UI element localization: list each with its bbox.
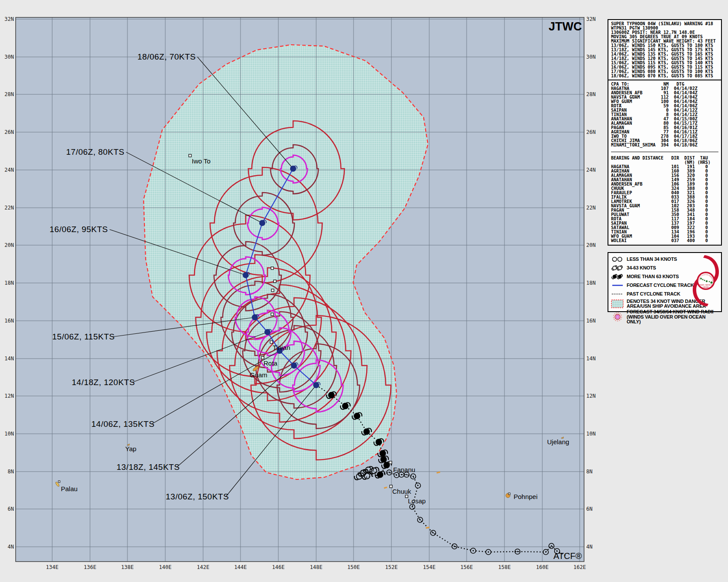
- island-point-marker: [274, 280, 276, 283]
- svg-text:20N: 20N: [586, 242, 596, 248]
- cpa-bearing-panel: CPA TO: NM DTG HAGATNA 107 04/14/02Z AND…: [608, 80, 722, 246]
- svg-text:24N: 24N: [4, 167, 14, 173]
- forecast-fix-dot: [290, 166, 296, 172]
- legend-label: MORE THAN 63 KNOTS: [627, 274, 679, 279]
- legend-panel: LESS THAN 34 KNOTS34-63 KNOTSMORE THAN 6…: [608, 252, 722, 312]
- forecast-fix-label: 13/18Z, 145KTS: [117, 462, 180, 472]
- place-label: Guam: [250, 371, 267, 379]
- svg-text:14N: 14N: [4, 356, 14, 362]
- svg-text:30N: 30N: [4, 54, 14, 60]
- svg-text:154E: 154E: [423, 564, 436, 570]
- svg-text:26N: 26N: [4, 129, 14, 135]
- svg-text:4N: 4N: [586, 544, 592, 550]
- bearing-distance-table: BEARING AND DISTANCE DIR DIST TAU (NM) (…: [611, 156, 718, 243]
- svg-text:6N: 6N: [586, 506, 592, 512]
- svg-text:148E: 148E: [310, 564, 323, 570]
- svg-text:20N: 20N: [4, 242, 14, 248]
- seal-island: [709, 281, 710, 283]
- legend-label: 34-63 KNOTS: [627, 266, 656, 271]
- jtwc-seal: JOINT TYPHOON WARNING CENTERPEARL HARBOR…: [691, 254, 720, 307]
- warning-text: SUPER TYPHOON 04W (SINLAKU) WARNING #18 …: [611, 22, 718, 78]
- forecast-fix-label: 14/18Z, 120KTS: [72, 378, 135, 387]
- forecast-fix-label: 18/06Z, 70KTS: [137, 52, 196, 61]
- place-label: Tinian: [273, 344, 290, 351]
- island-point-marker: [270, 341, 273, 343]
- svg-text:16N: 16N: [586, 318, 596, 324]
- svg-text:22N: 22N: [4, 205, 14, 211]
- island-point-marker: [271, 289, 274, 292]
- symbol-gt63kt: [377, 472, 384, 478]
- svg-text:144E: 144E: [234, 564, 247, 570]
- seal-island: [702, 279, 703, 280]
- svg-text:6N: 6N: [8, 506, 14, 512]
- gt63-icon: [610, 273, 625, 281]
- table-divider: [611, 152, 718, 152]
- legend-label: FORECAST CYCLONE TRACK: [627, 283, 694, 288]
- radii-icon: [610, 312, 625, 322]
- svg-text:136E: 136E: [84, 564, 97, 570]
- danger-icon: [610, 299, 625, 309]
- legend-item-radii: FORECAST 34/50/64 KNOT WIND RADII(WINDS …: [610, 309, 719, 325]
- forecast-fix-dot: [259, 220, 265, 226]
- fcttrk-icon: [610, 281, 625, 289]
- legend-label: PAST CYCLONE TRACK: [627, 292, 680, 297]
- svg-text:24N: 24N: [586, 167, 596, 173]
- place-label: Losap: [408, 497, 426, 505]
- place-label: Palau: [61, 485, 77, 492]
- place-label: Pohnpei: [514, 493, 538, 500]
- svg-text:32N: 32N: [586, 16, 596, 22]
- lt34-icon: [610, 255, 625, 263]
- svg-text:22N: 22N: [586, 205, 596, 211]
- svg-text:4N: 4N: [8, 544, 14, 550]
- place-label: Rota: [264, 359, 277, 367]
- svg-text:142E: 142E: [197, 564, 210, 570]
- place-label: Chuuk: [392, 488, 411, 495]
- seal-island: [710, 281, 712, 283]
- seal-island: [704, 279, 705, 281]
- symbol-gt63kt: [354, 413, 361, 419]
- place-label: Iwo To: [192, 157, 210, 165]
- svg-text:HAWAII: HAWAII: [703, 286, 709, 288]
- reef-marker: [437, 472, 440, 473]
- forecast-fix-label: 17/06Z, 80KTS: [66, 147, 124, 156]
- forecast-fix-label: 14/06Z, 135KTS: [91, 419, 154, 429]
- symbol-gt63kt: [328, 392, 335, 399]
- svg-text:134E: 134E: [46, 564, 59, 570]
- island-point-marker: [389, 461, 392, 464]
- island-point-marker: [271, 267, 274, 269]
- island-point-marker: [189, 154, 191, 157]
- symbol-gt63kt: [380, 450, 386, 457]
- forecast-fix-label: 15/06Z, 115KTS: [52, 332, 115, 341]
- svg-text:138E: 138E: [121, 564, 134, 570]
- svg-text:156E: 156E: [461, 564, 473, 570]
- place-label: Ujelang: [547, 438, 569, 446]
- svg-text:12N: 12N: [4, 393, 14, 399]
- place-label: Fananu: [393, 466, 415, 473]
- svg-text:28N: 28N: [586, 91, 596, 97]
- legend-label: LESS THAN 34 KNOTS: [627, 257, 677, 262]
- seal-island: [706, 280, 708, 282]
- cpa-table: CPA TO: NM DTG HAGATNA 107 04/14/02Z AND…: [611, 82, 718, 147]
- forecast-fix-dot: [313, 382, 319, 388]
- reef-marker: [426, 527, 429, 528]
- svg-text:150E: 150E: [347, 564, 360, 570]
- svg-text:8N: 8N: [586, 469, 592, 475]
- forecast-fix-label: 16/06Z, 95KTS: [50, 225, 108, 234]
- reef-marker: [384, 487, 387, 488]
- svg-text:14N: 14N: [586, 356, 596, 362]
- seal-island: [700, 278, 702, 279]
- svg-text:18N: 18N: [586, 280, 596, 286]
- atcf-watermark: ATCF®: [554, 551, 582, 561]
- forecast-fix-dot: [243, 272, 249, 278]
- svg-text:160E: 160E: [536, 564, 549, 570]
- symbol-gt63kt: [384, 462, 390, 469]
- warning-text-panel: SUPER TYPHOON 04W (SINLAKU) WARNING #18 …: [608, 19, 722, 81]
- svg-text:26N: 26N: [586, 129, 596, 135]
- svg-text:12N: 12N: [586, 393, 596, 399]
- svg-text:10N: 10N: [4, 431, 14, 437]
- svg-text:8N: 8N: [8, 469, 14, 475]
- svg-text:10N: 10N: [586, 431, 596, 437]
- symbol-gt63kt: [381, 456, 387, 463]
- symbol-gt63kt: [342, 403, 349, 409]
- forecast-fix-dot: [291, 363, 297, 369]
